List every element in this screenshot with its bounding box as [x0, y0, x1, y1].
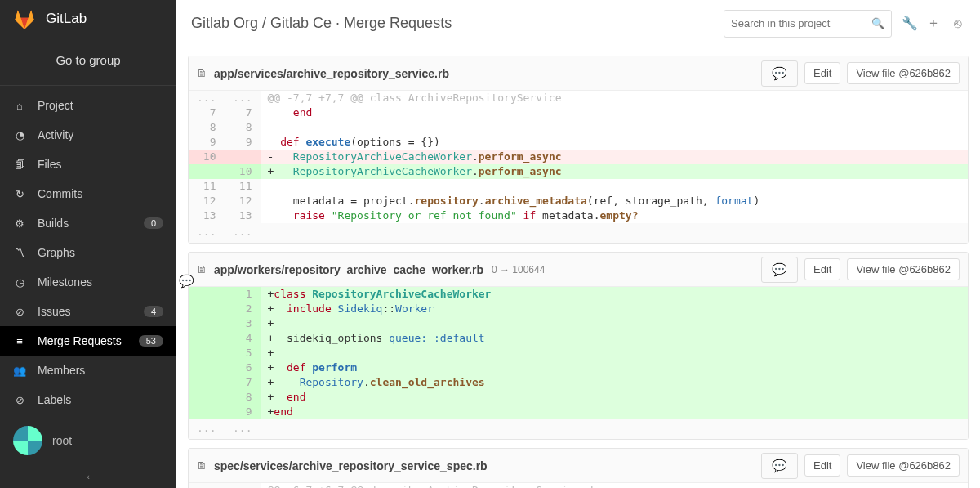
search-input[interactable] — [731, 17, 871, 29]
line-num-new: 2 — [225, 302, 261, 316]
view-file-button[interactable]: View file @626b862 — [847, 454, 960, 477]
project-icon: ⌂ — [13, 100, 26, 112]
edit-button[interactable]: Edit — [804, 62, 840, 84]
sidebar-item-graphs[interactable]: 〽Graphs — [0, 238, 176, 267]
sidebar-item-issues[interactable]: ⊘Issues4 — [0, 297, 176, 326]
code-line[interactable]: + — [261, 316, 968, 331]
sidebar-item-merge-requests[interactable]: ≡Merge Requests53 — [0, 326, 176, 356]
line-num-old — [189, 287, 225, 302]
graphs-icon: 〽 — [13, 247, 26, 259]
diff-table: 1+class RepositoryArchiveCacheWorker2+ i… — [189, 287, 968, 439]
builds-icon: ⚙ — [13, 217, 26, 230]
sidebar-item-activity[interactable]: ◔Activity — [0, 120, 176, 150]
view-file-button[interactable]: View file @626b862 — [847, 62, 960, 84]
comment-icon[interactable]: 💬 — [761, 453, 798, 479]
issues-icon: ⊘ — [13, 306, 26, 318]
gitlab-logo-icon — [13, 7, 36, 30]
edit-button[interactable]: Edit — [804, 258, 840, 280]
code-line[interactable]: def execute(options = {}) — [261, 135, 968, 150]
file-icon: 🗎 — [197, 67, 207, 79]
file-name[interactable]: app/workers/repository_archive_cache_wor… — [214, 263, 483, 276]
code-line[interactable]: +end — [261, 405, 968, 419]
file-name[interactable]: spec/services/archive_repository_service… — [214, 459, 488, 472]
comment-icon[interactable]: 💬 — [761, 60, 798, 87]
code-line[interactable] — [261, 179, 968, 194]
code-line — [261, 223, 968, 243]
edit-button[interactable]: Edit — [804, 454, 840, 477]
avatar — [13, 426, 42, 455]
line-num-new: 10 — [225, 164, 261, 179]
code-line[interactable]: + include Sidekiq::Worker — [261, 302, 968, 316]
line-num-old: ... — [189, 483, 225, 488]
code-line[interactable]: + — [261, 346, 968, 360]
comment-bubble-icon[interactable]: 💬 — [179, 274, 194, 289]
go-to-group-link[interactable]: Go to group — [0, 38, 176, 85]
sidebar-item-builds[interactable]: ⚙Builds0 — [0, 208, 176, 238]
search-wrap[interactable]: 🔍 — [724, 10, 892, 38]
sidebar-item-label: Milestones — [38, 275, 163, 289]
sidebar-item-label: Members — [38, 364, 163, 377]
code-line[interactable]: + def perform — [261, 360, 968, 375]
sidebar-collapse[interactable]: ‹ — [0, 467, 176, 488]
sidebar-item-label: Files — [38, 158, 163, 171]
labels-icon: ⊘ — [13, 394, 26, 406]
diff-table: ......@@ -6,7 +6,7 @@ describe ArchiveRe… — [189, 483, 968, 488]
code-line[interactable]: + sidekiq_options queue: :default — [261, 331, 968, 346]
sidebar: GitLab Go to group ⌂Project◔Activity🗐Fil… — [0, 0, 176, 488]
code-line[interactable]: - RepositoryArchiveCacheWorker.perform_a… — [261, 150, 968, 164]
file-block: 🗎app/workers/repository_archive_cache_wo… — [188, 252, 969, 440]
milestones-icon: ◷ — [13, 276, 26, 289]
brand-row[interactable]: GitLab — [0, 0, 176, 38]
plus-icon[interactable]: ＋ — [926, 15, 941, 32]
line-num-new: 9 — [225, 135, 261, 150]
line-num-new: 8 — [225, 120, 261, 135]
topbar: Gitlab Org / Gitlab Ce · Merge Requests … — [176, 0, 980, 47]
main: Gitlab Org / Gitlab Ce · Merge Requests … — [176, 0, 980, 488]
line-num-old: 9 — [189, 135, 225, 150]
code-line[interactable]: +class RepositoryArchiveCacheWorker — [261, 287, 968, 302]
line-num-old: 13 — [189, 208, 225, 223]
sidebar-badge: 53 — [139, 335, 163, 347]
sidebar-item-label: Graphs — [38, 246, 163, 259]
file-block: 🗎spec/services/archive_repository_servic… — [188, 448, 969, 488]
line-num-new: ... — [225, 223, 261, 243]
sidebar-item-label: Merge Requests — [38, 334, 127, 347]
file-stat: 0 → 100644 — [492, 264, 545, 275]
wrench-icon[interactable]: 🔧 — [902, 16, 916, 31]
sidebar-item-members[interactable]: 👥Members — [0, 356, 176, 385]
code-line[interactable]: + end — [261, 390, 968, 405]
line-num-old — [189, 331, 225, 346]
sidebar-nav: ⌂Project◔Activity🗐Files↻Commits⚙Builds0〽… — [0, 86, 176, 414]
line-num-old — [189, 346, 225, 360]
code-line[interactable]: + Repository.clean_old_archives — [261, 375, 968, 390]
line-num-new: 3 — [225, 316, 261, 331]
code-line[interactable]: raise "Repository or ref not found" if m… — [261, 208, 968, 223]
line-num-new: 7 — [225, 375, 261, 390]
view-file-button[interactable]: View file @626b862 — [847, 258, 960, 280]
sidebar-item-commits[interactable]: ↻Commits — [0, 179, 176, 208]
breadcrumb[interactable]: Gitlab Org / Gitlab Ce · Merge Requests — [191, 15, 714, 32]
sidebar-item-labels[interactable]: ⊘Labels — [0, 385, 176, 414]
line-num-new: 4 — [225, 331, 261, 346]
file-name[interactable]: app/services/archive_repository_service.… — [214, 67, 449, 80]
code-line[interactable] — [261, 120, 968, 135]
line-num-old — [189, 390, 225, 405]
sidebar-user[interactable]: root — [0, 414, 176, 467]
sidebar-item-files[interactable]: 🗐Files — [0, 150, 176, 179]
line-num-new: 1 — [225, 287, 261, 302]
code-line[interactable]: + RepositoryArchiveCacheWorker.perform_a… — [261, 164, 968, 179]
sidebar-item-label: Builds — [38, 217, 132, 230]
sidebar-item-project[interactable]: ⌂Project — [0, 91, 176, 120]
search-icon[interactable]: 🔍 — [871, 17, 884, 29]
comment-icon[interactable]: 💬 — [761, 257, 798, 283]
code-line[interactable]: end — [261, 105, 968, 120]
file-icon: 🗎 — [197, 459, 207, 472]
line-num-old: 8 — [189, 120, 225, 135]
signout-icon[interactable]: ⎋ — [951, 16, 965, 31]
sidebar-item-milestones[interactable]: ◷Milestones — [0, 267, 176, 297]
line-num-new: 11 — [225, 179, 261, 194]
file-icon: 🗎 — [197, 263, 207, 275]
line-num-old: ... — [189, 223, 225, 243]
diff-table: ......@@ -7,7 +7,7 @@ class ArchiveRepos… — [189, 91, 968, 243]
code-line[interactable]: metadata = project.repository.archive_me… — [261, 194, 968, 208]
